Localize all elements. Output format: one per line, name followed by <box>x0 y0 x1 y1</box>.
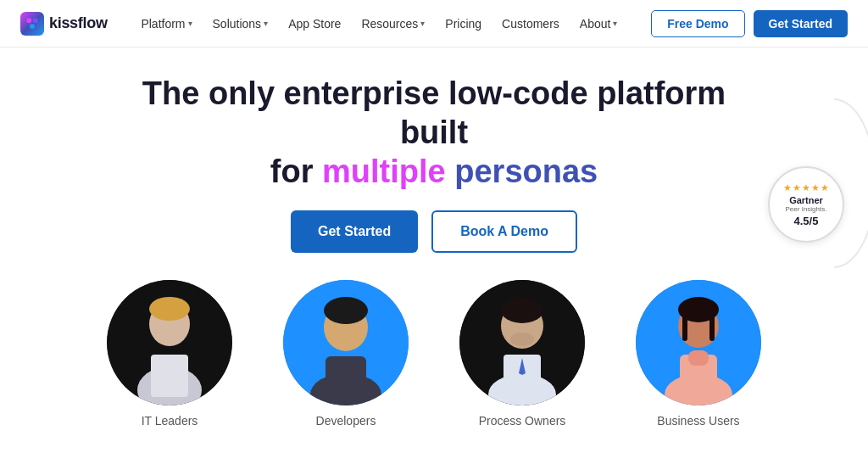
gartner-name: Gartner <box>789 195 823 205</box>
hero-subtitle: for multiple personas <box>270 154 598 190</box>
svg-point-10 <box>324 297 368 324</box>
nav-resources[interactable]: Resources ▾ <box>353 12 433 36</box>
svg-rect-7 <box>151 355 188 397</box>
persona-dev-image <box>283 280 409 405</box>
hero-title-line1: The only enterprise low-code platform bu… <box>137 75 731 152</box>
svg-point-0 <box>26 18 31 23</box>
chevron-down-icon: ▾ <box>613 19 617 28</box>
nav-solutions[interactable]: Solutions ▾ <box>204 12 277 36</box>
persona-po-image <box>459 280 585 405</box>
svg-rect-12 <box>326 356 366 403</box>
logo[interactable]: kissflow <box>20 12 108 36</box>
nav-platform[interactable]: Platform ▾ <box>132 12 200 36</box>
persona-it-image <box>107 280 232 405</box>
svg-point-2 <box>30 24 35 29</box>
svg-point-5 <box>149 297 190 321</box>
nav-pricing[interactable]: Pricing <box>437 12 490 36</box>
hero-book-demo-button[interactable]: Book A Demo <box>431 210 577 253</box>
logo-text: kissflow <box>49 14 108 32</box>
svg-rect-27 <box>688 350 709 366</box>
hero-get-started-button[interactable]: Get Started <box>291 210 418 253</box>
svg-point-1 <box>33 18 38 23</box>
gartner-stars: ★★★★★ <box>783 182 830 193</box>
persona-developers: Developers <box>283 280 409 428</box>
hero-actions: Get Started Book A Demo <box>291 210 577 253</box>
svg-point-16 <box>510 333 534 346</box>
free-demo-button[interactable]: Free Demo <box>651 10 744 37</box>
chevron-down-icon: ▾ <box>264 19 268 28</box>
svg-point-15 <box>501 298 543 323</box>
svg-rect-23 <box>682 307 687 341</box>
chevron-down-icon: ▾ <box>188 19 192 28</box>
navbar: kissflow Platform ▾ Solutions ▾ App Stor… <box>0 0 868 48</box>
persona-business-users: Business Users <box>636 280 761 428</box>
persona-bu-image <box>636 280 761 405</box>
persona-it-leaders: IT Leaders <box>107 280 232 428</box>
chevron-down-icon: ▾ <box>420 19 425 28</box>
get-started-nav-button[interactable]: Get Started <box>754 10 848 37</box>
persona-bu-label: Business Users <box>657 414 739 428</box>
persona-it-label: IT Leaders <box>142 414 198 428</box>
personas-row: IT Leaders Developers <box>56 280 812 445</box>
logo-icon <box>20 12 44 36</box>
persona-dev-label: Developers <box>316 414 376 428</box>
nav-cta-buttons: Free Demo Get Started <box>651 10 848 37</box>
gartner-badge: ★★★★★ Gartner Peer Insights. 4.5/5 <box>768 166 844 243</box>
hero-for-text: for <box>270 154 322 189</box>
nav-about[interactable]: About ▾ <box>571 12 626 36</box>
svg-rect-24 <box>709 307 715 341</box>
nav-links: Platform ▾ Solutions ▾ App Store Resourc… <box>132 12 626 36</box>
gartner-peer-insights: Peer Insights. <box>786 205 827 213</box>
nav-appstore[interactable]: App Store <box>280 12 349 36</box>
persona-process-owners: Process Owners <box>459 280 585 428</box>
hero-section: The only enterprise low-code platform bu… <box>0 48 868 453</box>
hero-highlight-personas: personas <box>446 154 598 189</box>
hero-highlight-multiple: multiple <box>322 154 446 189</box>
nav-customers[interactable]: Customers <box>493 12 568 36</box>
persona-po-label: Process Owners <box>479 414 566 428</box>
gartner-rating: 4.5/5 <box>794 215 819 227</box>
